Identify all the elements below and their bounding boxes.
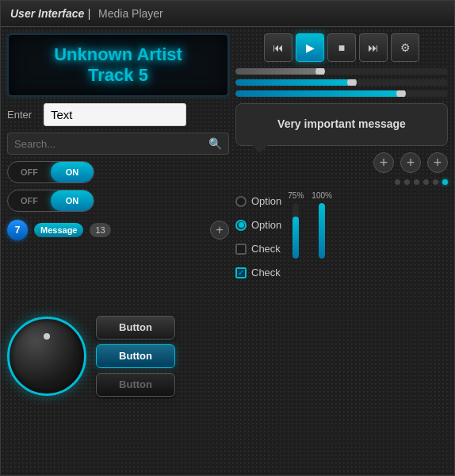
display-screen: Unknown Artist Track 5 (7, 33, 229, 97)
slider-fill-3 (235, 90, 401, 97)
slider-fill-1 (235, 68, 320, 75)
knob[interactable] (7, 317, 86, 396)
prev-button[interactable]: ⏮ (264, 33, 292, 62)
slider-track-2 (235, 79, 448, 86)
slider-fill-2 (235, 79, 352, 86)
stop-button[interactable]: ■ (327, 33, 356, 62)
vslider-label-1: 75% (288, 191, 304, 200)
action-buttons: Button Button Button (96, 316, 175, 397)
vslider-fill-1 (292, 217, 299, 259)
check-row-2: ✓ Check (235, 263, 281, 283)
check-row-1: Check (235, 239, 281, 259)
toggle-on-2: ON (51, 190, 94, 211)
vslider-group-1: 75% (288, 191, 304, 259)
radio-option-2[interactable] (235, 220, 247, 231)
bottom-left: Button Button Button (7, 247, 229, 465)
add-circle-1[interactable]: + (373, 152, 394, 173)
text-input[interactable] (44, 103, 186, 126)
display-track: Track 5 (18, 65, 218, 86)
player-controls: ⏮ ▶ ■ ⏭ ⚙ (235, 33, 448, 62)
option-row-2: Option (235, 215, 281, 236)
toggle-off-2: OFF (8, 190, 51, 211)
add-circle-2[interactable]: + (400, 152, 421, 173)
next-button[interactable]: ⏭ (359, 33, 388, 62)
vslider-label-2: 100% (312, 191, 332, 200)
add-row: + + + (235, 152, 448, 173)
message-bubble: Very important message (235, 103, 448, 146)
app-subtitle: Media Player (98, 7, 163, 20)
search-input[interactable] (14, 138, 204, 150)
check-label-1: Check (251, 243, 281, 255)
bottom-right: Option Option Check (235, 191, 448, 465)
badge-number: 7 (7, 220, 28, 240)
badge-count: 13 (90, 223, 110, 237)
knob-indicator (44, 333, 50, 340)
left-panel: Unknown Artist Track 5 Enter 🔍 OFF ON (7, 33, 229, 465)
dot-3 (414, 179, 419, 185)
main-layout: Unknown Artist Track 5 Enter 🔍 OFF ON (1, 27, 454, 471)
add-button-left[interactable]: + (210, 221, 229, 240)
app-title: User Interface (10, 7, 84, 20)
radio-inner-2 (239, 222, 244, 228)
search-icon: 🔍 (208, 137, 222, 150)
knob-container (7, 317, 86, 396)
vertical-sliders: 75% 100% (288, 191, 332, 259)
checkmark-icon: ✓ (238, 269, 244, 277)
badge-message: Message (34, 223, 83, 237)
search-row: 🔍 (7, 132, 229, 155)
dot-2 (404, 179, 410, 185)
option-label-1: Option (251, 195, 281, 207)
option-row-1: Option (235, 191, 281, 212)
check-label-2: Check (251, 267, 281, 278)
dots-indicator (235, 179, 448, 185)
display-artist: Unknown Artist (18, 44, 218, 65)
checkbox-2[interactable]: ✓ (235, 267, 247, 278)
badge-row: 7 Message 13 + (7, 220, 229, 240)
options-column: Option Option Check (235, 191, 281, 283)
slider-thumb-3[interactable] (396, 90, 406, 97)
right-panel: ⏮ ▶ ■ ⏭ ⚙ (235, 33, 448, 465)
message-text: Very important message (277, 117, 406, 130)
dot-4 (423, 179, 429, 185)
button-3[interactable]: Button (96, 373, 175, 397)
header: User Interface | Media Player (1, 1, 454, 27)
play-button[interactable]: ▶ (296, 33, 324, 62)
dot-5 (433, 179, 438, 185)
sliders-section (235, 68, 448, 97)
toggle-switch-2[interactable]: OFF ON (7, 190, 94, 212)
vslider-group-2: 100% (312, 191, 332, 259)
slider-track-1 (235, 68, 448, 75)
dot-6 (442, 179, 448, 185)
text-input-row: Enter (7, 103, 229, 126)
checkbox-1[interactable] (235, 244, 247, 255)
radio-option-1[interactable] (235, 196, 247, 207)
slider-track-3 (235, 90, 448, 97)
header-separator: | (87, 7, 90, 20)
settings-button[interactable]: ⚙ (391, 33, 419, 62)
toggle-off-1: OFF (8, 162, 51, 182)
toggle-switch-1[interactable]: OFF ON (7, 161, 94, 183)
input-label: Enter (7, 109, 37, 121)
toggle-on-1: ON (51, 162, 94, 182)
app-container: User Interface | Media Player Unknown Ar… (0, 0, 455, 476)
vslider-track-1[interactable] (292, 203, 299, 259)
toggle-row-2: OFF ON (7, 190, 229, 212)
slider-thumb-1[interactable] (315, 68, 325, 75)
button-2[interactable]: Button (96, 344, 175, 368)
toggle-row-1: OFF ON (7, 161, 229, 183)
vslider-fill-2 (319, 203, 325, 259)
dot-1 (395, 179, 400, 185)
button-1[interactable]: Button (96, 316, 175, 340)
vslider-track-2[interactable] (319, 203, 325, 259)
slider-thumb-2[interactable] (347, 79, 357, 86)
option-label-2: Option (251, 219, 281, 231)
add-circle-3[interactable]: + (427, 152, 448, 173)
